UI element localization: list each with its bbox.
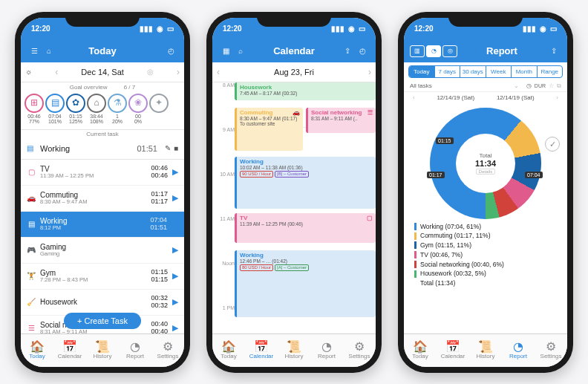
goal-row[interactable]: ⊞00:4677%▤07:04101%✿01:15125%⌂38:44108%⚗… xyxy=(21,92,184,130)
segment-30 days[interactable]: 30 days xyxy=(460,66,486,77)
task-filter[interactable]: All tasks xyxy=(410,82,514,89)
calendar-event[interactable]: Working12:46 PM – … (01:42)80 USD / Hour… xyxy=(235,250,376,317)
target-icon[interactable]: ◎ xyxy=(442,45,457,57)
calendar-event[interactable]: Commuting 🚗8:30 AM – 9:47 AM (01:17)To c… xyxy=(235,108,303,151)
tab-settings[interactable]: ⚙Settings xyxy=(151,334,184,367)
legend-item[interactable]: Gym (01:15, 11%) xyxy=(414,241,557,250)
legend-item[interactable]: TV (00:46, 7%) xyxy=(414,250,557,260)
tag-icon[interactable]: ◎ xyxy=(147,68,154,76)
play-icon[interactable]: ↻ xyxy=(172,219,178,229)
goal-item[interactable]: ⌂38:44108% xyxy=(86,94,107,125)
tab-settings[interactable]: ⚙Settings xyxy=(343,334,376,367)
goal-item[interactable]: ▤07:04101% xyxy=(45,94,65,125)
phone-today: 12:20 ▮▮▮ ◉ ▭ ☰ ⌂ Today ◴ ☼ ‹ Dec 14, Sa… xyxy=(15,12,190,373)
current-task-row[interactable]: ▤ Working 01:51 ✎ ■ xyxy=(21,138,184,160)
check-button[interactable]: ✓ xyxy=(545,137,560,152)
legend-item[interactable]: Working (07:04, 61%) xyxy=(414,222,557,232)
day-view-icon[interactable]: ▦ xyxy=(218,47,233,55)
play-icon[interactable]: ▶ xyxy=(172,245,178,255)
copy-icon[interactable]: ⧉ xyxy=(557,82,561,90)
filter-icon[interactable]: ☰ xyxy=(27,47,42,55)
task-row[interactable]: 🏋Gym7:28 PM – 8:43 PM01:1501:15▶ xyxy=(21,264,184,290)
tab-today[interactable]: 🏠Today xyxy=(404,334,437,367)
star-icon[interactable]: ☆ xyxy=(549,82,554,89)
tab-history[interactable]: 📜History xyxy=(86,334,119,367)
segment-month[interactable]: Month xyxy=(512,66,538,77)
donut-chart[interactable]: Total 11:34 Details 01:1701:1507:04 xyxy=(430,108,541,219)
edit-icon[interactable]: ✎ xyxy=(165,144,171,152)
calendar-body[interactable]: 8 AM9 AM10 AM11 AMNoon1 PM Housework7:45… xyxy=(212,82,376,333)
tab-today[interactable]: 🏠Today xyxy=(212,334,245,367)
goal-item[interactable]: ❀000% xyxy=(128,94,148,125)
tab-calendar[interactable]: 📅Calendar xyxy=(245,334,278,367)
goal-item[interactable]: ⚗120% xyxy=(107,94,128,125)
tab-calendar[interactable]: 📅Calendar xyxy=(437,334,469,367)
zoom-icon[interactable]: ⌕ xyxy=(233,47,248,55)
legend-item[interactable]: Social networking (00:40, 6%) xyxy=(414,260,557,270)
date-picker-row[interactable]: ☼ ‹ Dec 14, Sat ◎ › xyxy=(21,62,184,82)
prev-range-icon[interactable]: ‹ xyxy=(413,94,415,101)
tab-history[interactable]: 📜History xyxy=(278,334,310,367)
chart-type-switch[interactable]: ▥ ◔ ◎ xyxy=(410,45,457,57)
segment-today[interactable]: Today xyxy=(409,66,435,77)
slice-label: 01:15 xyxy=(436,137,454,144)
stop-icon[interactable]: ■ xyxy=(174,144,178,152)
goal-item[interactable]: ✦ xyxy=(148,94,169,125)
bar-chart-icon[interactable]: ▥ xyxy=(410,45,425,57)
prev-day-icon[interactable]: ‹ xyxy=(55,67,58,77)
phone-report: 12:20 ▮▮▮ ◉ ▭ ▥ ◔ ◎ Report ⇪ Today7 days… xyxy=(398,12,573,373)
inbox-icon[interactable]: ⌂ xyxy=(42,47,56,55)
play-icon[interactable]: ▶ xyxy=(172,193,178,203)
timer-icon[interactable]: ◴ xyxy=(163,47,178,55)
calendar-event[interactable]: Social networking ☰8:31 AM – 9:11 AM (.. xyxy=(306,108,376,133)
tab-report[interactable]: ◔Report xyxy=(119,334,151,367)
range-segmented-control[interactable]: Today7 days30 daysWeekMonthRange xyxy=(408,65,563,78)
task-row[interactable]: ▤Working8:12 PM07:0401:51↻ xyxy=(21,212,184,238)
dur-label: DUR xyxy=(535,83,546,88)
task-row[interactable]: ▢TV11:39 AM – 12:25 PM00:4600:46▶ xyxy=(21,160,184,186)
create-task-button[interactable]: + Create Task xyxy=(64,313,141,329)
status-icons: ▮▮▮ ◉ ▭ xyxy=(521,25,557,33)
calendar-event[interactable]: Working10:02 AM – 11:38 AM (01:36)90 USD… xyxy=(235,157,376,209)
task-row[interactable]: 🎮GamingGaming▶ xyxy=(21,238,184,264)
play-icon[interactable]: ▶ xyxy=(172,297,178,307)
segment-7 days[interactable]: 7 days xyxy=(435,66,461,77)
share-icon[interactable]: ⇪ xyxy=(546,47,561,55)
prev-day-icon[interactable]: ‹ xyxy=(217,67,220,77)
details-button[interactable]: Details xyxy=(476,169,495,175)
tab-settings[interactable]: ⚙Settings xyxy=(535,334,567,367)
tab-report[interactable]: ◔Report xyxy=(310,334,343,367)
next-day-icon[interactable]: › xyxy=(368,67,371,77)
goal-item[interactable]: ✿01:15125% xyxy=(65,94,86,125)
calendar-event[interactable]: Housework7:45 AM – 8:17 AM (00:32) xyxy=(235,82,376,100)
legend-item[interactable]: Housework (00:32, 5%) xyxy=(414,269,557,279)
status-icons: ▮▮▮ ◉ ▭ xyxy=(138,25,174,33)
clock-icon[interactable]: ◷ xyxy=(526,82,532,89)
play-icon[interactable]: ▶ xyxy=(172,323,178,333)
page-title: Today xyxy=(56,45,148,56)
goal-item[interactable]: ⊞00:4677% xyxy=(24,94,45,125)
segment-week[interactable]: Week xyxy=(486,66,512,77)
tab-today[interactable]: 🏠Today xyxy=(21,334,53,367)
play-icon[interactable]: ▶ xyxy=(172,167,178,177)
next-range-icon[interactable]: › xyxy=(556,94,558,101)
tab-report[interactable]: ◔Report xyxy=(502,334,535,367)
donut-center[interactable]: Total 11:34 Details xyxy=(456,134,515,193)
play-icon[interactable]: ▶ xyxy=(172,271,178,281)
legend-item[interactable]: Commuting (01:17, 11%) xyxy=(414,231,557,241)
task-row[interactable]: 🚗Commuting8:30 AM – 9:47 AM01:1701:17▶ xyxy=(21,186,184,212)
tab-history[interactable]: 📜History xyxy=(469,334,502,367)
segment-range[interactable]: Range xyxy=(538,66,563,77)
legend-swatch xyxy=(414,270,416,278)
task-icon: 🚗 xyxy=(27,194,36,202)
calendar-event[interactable]: TV ▢11:39 AM – 12:25 PM (00:46) xyxy=(235,213,376,243)
date-picker-row[interactable]: ‹ Aug 23, Fri › xyxy=(212,62,376,82)
next-day-icon[interactable]: › xyxy=(177,67,180,77)
event-tag: 80 USD / Hour xyxy=(240,264,273,271)
timer-icon[interactable]: ◴ xyxy=(355,47,370,55)
goal-header: Goal overview 6 / 7 xyxy=(21,82,184,92)
pie-chart-icon[interactable]: ◔ xyxy=(426,45,441,57)
share-icon[interactable]: ⇪ xyxy=(340,47,355,55)
filter-row[interactable]: All tasks ⌄ ◷ DUR ☆ ⧉ xyxy=(404,81,567,92)
tab-calendar[interactable]: 📅Calendar xyxy=(53,334,86,367)
